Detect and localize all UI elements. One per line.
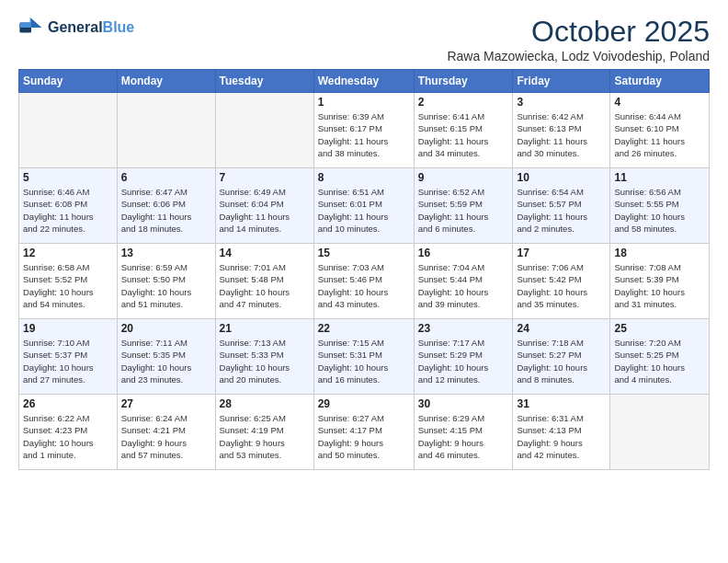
table-row: 12Sunrise: 6:58 AM Sunset: 5:52 PM Dayli… [19,244,118,319]
day-info: Sunrise: 6:58 AM Sunset: 5:52 PM Dayligh… [23,261,113,310]
day-number: 22 [318,322,410,335]
day-info: Sunrise: 6:27 AM Sunset: 4:17 PM Dayligh… [318,412,410,461]
table-row: 23Sunrise: 7:17 AM Sunset: 5:29 PM Dayli… [414,319,513,395]
table-row: 18Sunrise: 7:08 AM Sunset: 5:39 PM Dayli… [610,244,710,319]
day-info: Sunrise: 6:46 AM Sunset: 6:08 PM Dayligh… [23,186,113,235]
day-info: Sunrise: 7:11 AM Sunset: 5:35 PM Dayligh… [121,337,211,385]
day-info: Sunrise: 6:47 AM Sunset: 6:06 PM Dayligh… [121,186,211,235]
day-number: 4 [614,96,705,109]
day-info: Sunrise: 6:54 AM Sunset: 5:57 PM Dayligh… [517,186,606,235]
day-info: Sunrise: 7:08 AM Sunset: 5:39 PM Dayligh… [614,261,705,310]
table-row: 14Sunrise: 7:01 AM Sunset: 5:48 PM Dayli… [215,244,313,319]
logo-line1: General [48,19,103,35]
calendar-row: 19Sunrise: 7:10 AM Sunset: 5:37 PM Dayli… [19,319,710,395]
day-number: 3 [517,96,606,109]
col-friday: Friday [513,70,610,93]
day-info: Sunrise: 7:03 AM Sunset: 5:46 PM Dayligh… [318,261,410,310]
table-row [610,395,710,470]
day-number: 17 [517,247,606,259]
day-info: Sunrise: 6:44 AM Sunset: 6:10 PM Dayligh… [614,110,705,159]
day-number: 23 [418,322,509,335]
logo-icon [18,15,44,40]
day-info: Sunrise: 6:56 AM Sunset: 5:55 PM Dayligh… [614,186,705,235]
day-number: 10 [517,171,606,184]
day-info: Sunrise: 6:52 AM Sunset: 5:59 PM Dayligh… [418,186,509,235]
day-info: Sunrise: 6:39 AM Sunset: 6:17 PM Dayligh… [318,110,410,159]
day-number: 14 [220,247,310,259]
table-row: 13Sunrise: 6:59 AM Sunset: 5:50 PM Dayli… [117,244,215,319]
day-info: Sunrise: 6:42 AM Sunset: 6:13 PM Dayligh… [517,110,606,159]
day-number: 12 [23,247,113,259]
table-row [215,93,313,168]
table-row: 16Sunrise: 7:04 AM Sunset: 5:44 PM Dayli… [414,244,513,319]
day-number: 15 [318,247,410,259]
table-row: 28Sunrise: 6:25 AM Sunset: 4:19 PM Dayli… [215,395,313,470]
svg-rect-2 [19,22,31,28]
header: GeneralBlue October 2025 Rawa Mazowiecka… [18,15,710,63]
table-row: 4Sunrise: 6:44 AM Sunset: 6:10 PM Daylig… [610,93,710,168]
col-thursday: Thursday [414,70,513,93]
day-info: Sunrise: 6:22 AM Sunset: 4:23 PM Dayligh… [23,412,113,461]
col-sunday: Sunday [19,70,118,93]
calendar-row: 12Sunrise: 6:58 AM Sunset: 5:52 PM Dayli… [19,244,710,319]
day-number: 11 [614,171,705,184]
table-row [19,93,118,168]
day-info: Sunrise: 7:18 AM Sunset: 5:27 PM Dayligh… [517,337,606,385]
day-info: Sunrise: 7:06 AM Sunset: 5:42 PM Dayligh… [517,261,606,310]
day-number: 5 [23,171,113,184]
day-info: Sunrise: 6:24 AM Sunset: 4:21 PM Dayligh… [121,412,211,461]
day-info: Sunrise: 7:10 AM Sunset: 5:37 PM Dayligh… [23,337,113,385]
day-number: 20 [121,322,211,335]
table-row: 7Sunrise: 6:49 AM Sunset: 6:04 PM Daylig… [215,168,313,244]
calendar-row: 1Sunrise: 6:39 AM Sunset: 6:17 PM Daylig… [19,93,710,168]
day-number: 18 [614,247,705,259]
table-row: 27Sunrise: 6:24 AM Sunset: 4:21 PM Dayli… [117,395,215,470]
table-row: 29Sunrise: 6:27 AM Sunset: 4:17 PM Dayli… [313,395,414,470]
table-row: 9Sunrise: 6:52 AM Sunset: 5:59 PM Daylig… [414,168,513,244]
table-row: 24Sunrise: 7:18 AM Sunset: 5:27 PM Dayli… [513,319,610,395]
day-number: 30 [418,397,509,410]
logo-area: GeneralBlue [18,15,134,40]
table-row: 20Sunrise: 7:11 AM Sunset: 5:35 PM Dayli… [117,319,215,395]
day-info: Sunrise: 6:59 AM Sunset: 5:50 PM Dayligh… [121,261,211,310]
table-row: 30Sunrise: 6:29 AM Sunset: 4:15 PM Dayli… [414,395,513,470]
table-row: 3Sunrise: 6:42 AM Sunset: 6:13 PM Daylig… [513,93,610,168]
col-tuesday: Tuesday [215,70,313,93]
day-number: 2 [418,96,509,109]
day-info: Sunrise: 6:31 AM Sunset: 4:13 PM Dayligh… [517,412,606,461]
day-number: 29 [318,397,410,410]
day-number: 8 [318,171,410,184]
header-row: Sunday Monday Tuesday Wednesday Thursday… [19,70,710,93]
table-row [117,93,215,168]
col-saturday: Saturday [610,70,710,93]
table-row: 2Sunrise: 6:41 AM Sunset: 6:15 PM Daylig… [414,93,513,168]
day-number: 7 [220,171,310,184]
title-area: October 2025 Rawa Mazowiecka, Lodz Voivo… [447,15,710,63]
day-number: 9 [418,171,509,184]
page: GeneralBlue October 2025 Rawa Mazowiecka… [0,0,728,479]
calendar-row: 5Sunrise: 6:46 AM Sunset: 6:08 PM Daylig… [19,168,710,244]
day-info: Sunrise: 7:01 AM Sunset: 5:48 PM Dayligh… [220,261,310,310]
calendar: Sunday Monday Tuesday Wednesday Thursday… [18,69,710,470]
table-row: 15Sunrise: 7:03 AM Sunset: 5:46 PM Dayli… [313,244,414,319]
logo-line2: Blue [103,19,135,35]
day-info: Sunrise: 6:41 AM Sunset: 6:15 PM Dayligh… [418,110,509,159]
table-row: 26Sunrise: 6:22 AM Sunset: 4:23 PM Dayli… [19,395,118,470]
table-row: 1Sunrise: 6:39 AM Sunset: 6:17 PM Daylig… [313,93,414,168]
day-info: Sunrise: 7:20 AM Sunset: 5:25 PM Dayligh… [614,337,705,385]
table-row: 5Sunrise: 6:46 AM Sunset: 6:08 PM Daylig… [19,168,118,244]
table-row: 22Sunrise: 7:15 AM Sunset: 5:31 PM Dayli… [313,319,414,395]
day-number: 1 [318,96,410,109]
day-number: 25 [614,322,705,335]
day-number: 26 [23,397,113,410]
subtitle: Rawa Mazowiecka, Lodz Voivodeship, Polan… [447,49,710,63]
table-row: 8Sunrise: 6:51 AM Sunset: 6:01 PM Daylig… [313,168,414,244]
day-number: 21 [220,322,310,335]
day-info: Sunrise: 7:17 AM Sunset: 5:29 PM Dayligh… [418,337,509,385]
table-row: 25Sunrise: 7:20 AM Sunset: 5:25 PM Dayli… [610,319,710,395]
day-number: 19 [23,322,113,335]
day-number: 24 [517,322,606,335]
day-info: Sunrise: 7:04 AM Sunset: 5:44 PM Dayligh… [418,261,509,310]
day-info: Sunrise: 6:25 AM Sunset: 4:19 PM Dayligh… [220,412,310,461]
day-number: 6 [121,171,211,184]
